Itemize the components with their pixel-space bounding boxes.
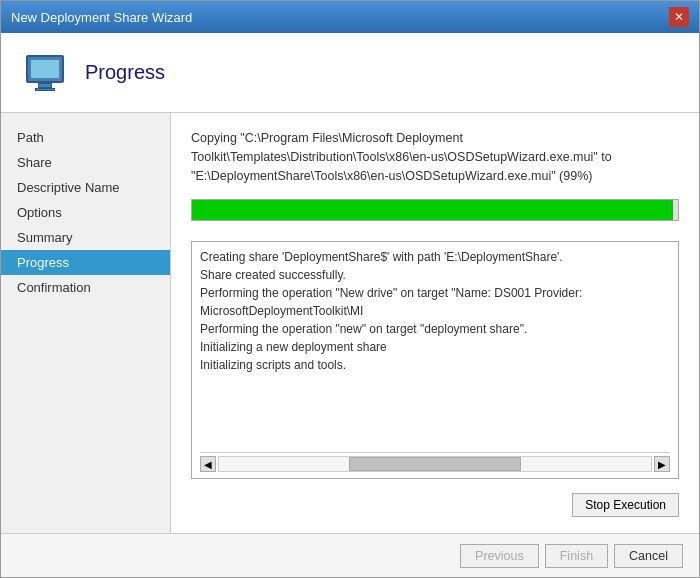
- main-window: New Deployment Share Wizard ✕ Progress P…: [0, 0, 700, 578]
- sidebar-item-descriptive-name[interactable]: Descriptive Name: [1, 175, 170, 200]
- scroll-right-button[interactable]: ▶: [654, 456, 670, 472]
- log-line-3: Performing the operation "New drive" on …: [200, 284, 670, 320]
- progress-bar-container: [191, 199, 679, 221]
- scroll-left-button[interactable]: ◀: [200, 456, 216, 472]
- close-button[interactable]: ✕: [669, 7, 689, 27]
- wizard-footer: Previous Finish Cancel: [1, 533, 699, 577]
- wizard-content: Path Share Descriptive Name Options Summ…: [1, 113, 699, 533]
- log-line-5: Initializing a new deployment share: [200, 338, 670, 356]
- log-content: Creating share 'DeploymentShare$' with p…: [200, 248, 670, 448]
- stop-btn-row: Stop Execution: [191, 493, 679, 517]
- previous-button[interactable]: Previous: [460, 544, 539, 568]
- sidebar-item-summary[interactable]: Summary: [1, 225, 170, 250]
- log-line-1: Creating share 'DeploymentShare$' with p…: [200, 248, 670, 266]
- window-title: New Deployment Share Wizard: [11, 10, 192, 25]
- monitor-base: [35, 88, 55, 91]
- log-line-2: Share created successfully.: [200, 266, 670, 284]
- monitor-graphic: [26, 55, 64, 83]
- log-box: Creating share 'DeploymentShare$' with p…: [191, 241, 679, 479]
- sidebar-item-confirmation[interactable]: Confirmation: [1, 275, 170, 300]
- progress-description: Copying "C:\Program Files\Microsoft Depl…: [191, 129, 679, 185]
- sidebar-item-options[interactable]: Options: [1, 200, 170, 225]
- wizard-header: Progress: [1, 33, 699, 113]
- log-scrollbar: ◀ ▶: [200, 452, 670, 472]
- sidebar: Path Share Descriptive Name Options Summ…: [1, 113, 171, 533]
- main-content: Copying "C:\Program Files\Microsoft Depl…: [171, 113, 699, 533]
- progress-bar-fill: [192, 200, 673, 220]
- title-bar: New Deployment Share Wizard ✕: [1, 1, 699, 33]
- sidebar-item-path[interactable]: Path: [1, 125, 170, 150]
- page-title: Progress: [85, 61, 165, 84]
- sidebar-item-progress[interactable]: Progress: [1, 250, 170, 275]
- scroll-track[interactable]: [218, 456, 652, 472]
- stop-execution-button[interactable]: Stop Execution: [572, 493, 679, 517]
- finish-button[interactable]: Finish: [545, 544, 608, 568]
- monitor-screen: [31, 60, 59, 78]
- cancel-button[interactable]: Cancel: [614, 544, 683, 568]
- log-line-4: Performing the operation "new" on target…: [200, 320, 670, 338]
- scroll-thumb[interactable]: [349, 457, 522, 471]
- log-line-6: Initializing scripts and tools.: [200, 356, 670, 374]
- header-icon: [21, 49, 69, 97]
- sidebar-item-share[interactable]: Share: [1, 150, 170, 175]
